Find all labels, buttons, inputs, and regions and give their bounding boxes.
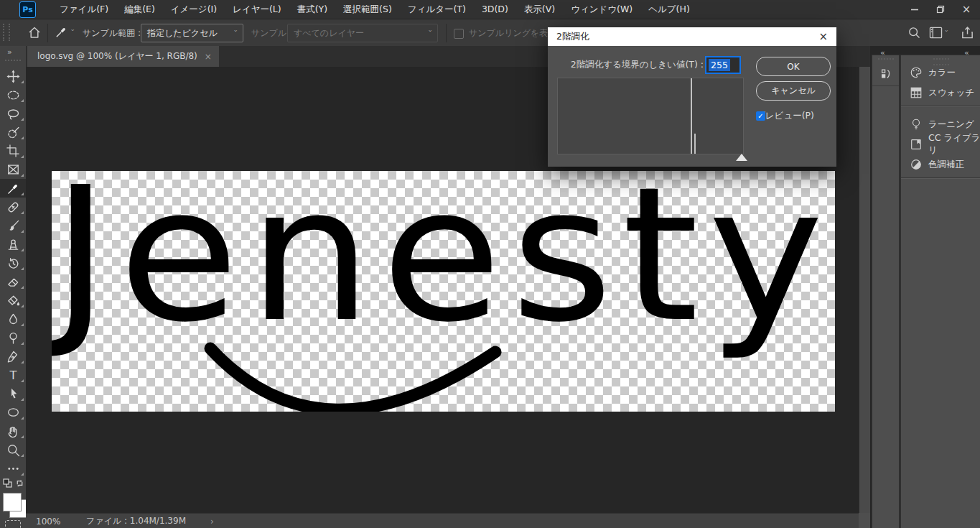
toolbar-grip[interactable] [5,60,21,61]
panel-grip[interactable] [933,58,949,60]
dialog-title-bar[interactable]: 2階調化 × [548,27,836,46]
move-tool-icon [6,70,20,83]
chevron-down-icon: ˅ [233,29,238,37]
cancel-button[interactable]: キャンセル [756,81,831,101]
menu-window[interactable]: ウィンドウ(W) [563,0,640,19]
menu-bar: Ps ファイル(F) 編集(E) イメージ(I) レイヤー(L) 書式(Y) 選… [0,0,980,19]
sampling-ring-option: サンプルリングを表示 [454,27,556,40]
eraser-tool-button[interactable] [0,272,26,291]
sampling-ring-checkbox [454,29,464,39]
healing-brush-tool-button[interactable] [0,198,26,216]
sample-size-value: 指定したピクセル [147,27,218,40]
blur-tool-icon [6,312,20,326]
panel-group: カラー スウォッチ ラーニング CC ライブラリ 色調補正 [900,55,980,528]
threshold-level-input[interactable]: 255 [705,56,741,74]
vertical-scrollbar[interactable] [859,67,871,513]
frame-tool-button[interactable] [0,160,26,179]
menu-view[interactable]: 表示(V) [516,0,563,19]
preview-option: ✓ プレビュー(P) [756,110,814,122]
preview-checkbox[interactable]: ✓ [756,111,765,121]
blur-tool-button[interactable] [0,310,26,328]
panel-icon-strip [872,55,900,528]
marquee-tool-button[interactable] [0,85,26,104]
search-button[interactable] [907,26,921,42]
pen-tool-button[interactable] [0,347,26,366]
home-button[interactable] [27,25,42,42]
menu-3d[interactable]: 3D(D) [474,0,516,19]
type-tool-button[interactable]: T [0,366,26,384]
dialog-close-icon[interactable]: × [818,30,828,43]
eyedropper-tool-button[interactable] [0,179,26,198]
panel-grip[interactable] [878,58,894,60]
logo-artwork: Jenesty [52,171,835,412]
crop-tool-icon [6,144,19,157]
menu-help[interactable]: ヘルプ(H) [640,0,698,19]
workspace-switcher[interactable]: ˅ [929,27,948,39]
zoom-level-field[interactable]: 100% [36,517,80,527]
brush-tool-button[interactable] [0,216,26,235]
clone-stamp-tool-button[interactable] [0,235,26,254]
menu-image[interactable]: イメージ(I) [163,0,225,19]
lasso-tool-button[interactable] [0,104,26,123]
ok-button[interactable]: OK [756,57,831,76]
panel-tab-adjustments[interactable]: 色調補正 [901,154,980,175]
panel-label: CC ライブラリ [928,132,980,157]
shape-tool-button[interactable] [0,403,26,422]
file-size-info: ファイル : 1.04M/1.39M [86,515,186,527]
menu-type[interactable]: 書式(Y) [289,0,335,19]
share-button[interactable] [961,26,974,42]
threshold-slider[interactable] [736,154,747,161]
panel-tab-cc-libraries[interactable]: CC ライブラリ [901,134,980,154]
panel-label: カラー [928,67,956,79]
hand-tool-button[interactable] [0,422,26,440]
zoom-tool-icon [6,443,20,457]
panel-dock: « « カラー スウォッチ ラーニング [870,46,980,528]
paint-bucket-tool-button[interactable] [0,291,26,310]
threshold-level-label: 2階調化する境界のしきい値(T) : [567,59,704,71]
histogram-box [557,78,744,154]
menu-items: ファイル(F) 編集(E) イメージ(I) レイヤー(L) 書式(Y) 選択範囲… [52,0,698,19]
panel-tab-swatches[interactable]: スウォッチ [901,83,980,103]
panel-tab-color[interactable]: カラー [901,62,980,83]
foreground-color-swatch[interactable] [3,493,22,511]
eyedropper-tool-icon [6,182,20,195]
sample-label: サンプル : [251,27,292,40]
close-window-button[interactable]: × [958,2,974,17]
menu-edit[interactable]: 編集(E) [116,0,163,19]
menu-filter[interactable]: フィルター(T) [400,0,474,19]
edit-toolbar-button[interactable] [0,459,26,478]
properties-panel-button[interactable] [872,62,899,86]
status-options-chevron[interactable]: › [210,517,214,527]
tab-close-icon[interactable]: × [205,52,212,62]
threshold-slider-track[interactable] [557,153,742,162]
chevron-down-icon: ˅ [428,29,432,37]
type-tool-icon: T [6,369,20,382]
elliptical-marquee-tool-icon [6,88,20,102]
threshold-dialog: 2階調化 × 2階調化する境界のしきい値(T) : 255 OK キャンセル ✓… [548,27,836,167]
swap-colors-button[interactable] [15,478,24,490]
sample-layers-value: すべてのレイヤー [294,27,364,40]
selection-brush-tool-button[interactable] [0,123,26,142]
restore-button[interactable] [933,2,948,17]
quick-mask-mode-button[interactable] [5,520,21,528]
minimize-button[interactable] [907,2,923,17]
history-brush-tool-button[interactable] [0,254,26,272]
status-bar: 100% ファイル : 1.04M/1.39M › [26,513,870,528]
toolbar-expand-button[interactable]: » [7,47,11,57]
menu-layer[interactable]: レイヤー(L) [225,0,289,19]
menu-file[interactable]: ファイル(F) [52,0,116,19]
options-bar-grip[interactable] [3,24,10,41]
dodge-tool-button[interactable] [0,328,26,347]
document-canvas[interactable]: Jenesty [52,171,835,412]
scrollbar-corner [859,513,870,528]
path-selection-tool-button[interactable] [0,384,26,403]
zoom-tool-button[interactable] [0,440,26,459]
crop-tool-button[interactable] [0,142,26,160]
move-tool-button[interactable] [0,67,26,85]
sample-size-dropdown[interactable]: 指定したピクセル ˅ [141,24,243,42]
tool-preset-picker[interactable]: ˅ [55,25,75,39]
panel-tab-learning[interactable]: ラーニング [901,114,980,134]
default-colors-button[interactable] [3,478,12,490]
document-tab[interactable]: logo.svg @ 100% (レイヤー 1, RGB/8) × [27,46,219,67]
menu-select[interactable]: 選択範囲(S) [335,0,400,19]
